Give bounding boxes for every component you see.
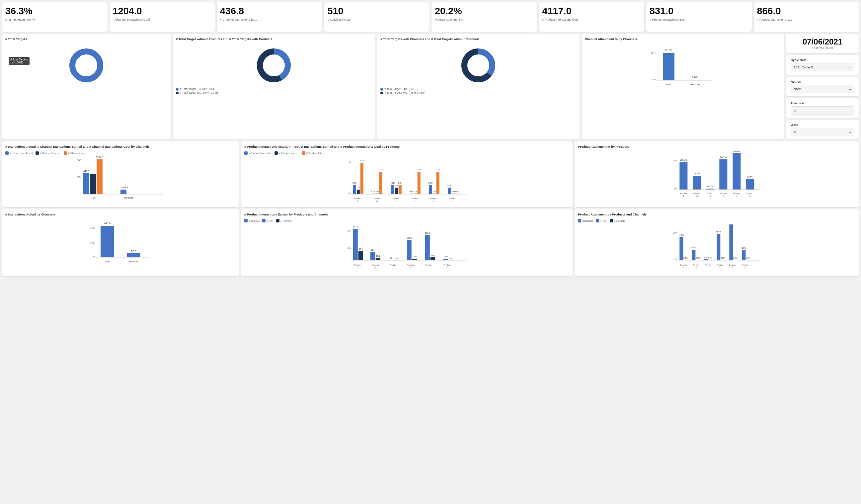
channel-attainment-chart: 20% 0% 32.2% 0.0% F2F Remote (585, 44, 781, 94)
svg-text:7: 7 (732, 267, 733, 269)
svg-text:37.0: 37.0 (359, 248, 363, 250)
svg-text:14.0: 14.0 (444, 256, 448, 258)
svg-text:10: 10 (374, 267, 377, 269)
svg-text:0.7%: 0.7% (704, 256, 708, 258)
earned-legend: Channels ● F2F ● Remote (244, 219, 569, 222)
svg-text:0: 0 (80, 192, 81, 195)
row3: # Interactions Actual, # Channel Interac… (2, 141, 859, 207)
svg-text:Product: Product (373, 197, 380, 200)
kpi-label-3: # Activities Actual (328, 18, 351, 21)
svg-rect-24 (90, 174, 96, 194)
svg-text:0.7%: 0.7% (708, 185, 713, 188)
kpi-value-3: 510 (328, 6, 343, 17)
svg-text:0.3K: 0.3K (352, 182, 356, 184)
svg-text:5: 5 (414, 200, 415, 202)
svg-rect-145 (412, 259, 417, 260)
svg-text:32.2%: 32.2% (665, 49, 672, 52)
donut2 (176, 44, 372, 87)
ward-label: Ward (791, 123, 855, 126)
svg-text:1: 1 (357, 200, 358, 202)
svg-text:0.7K: 0.7K (436, 169, 440, 171)
product-attainment-chart: 20% 0% 22.1% 11.1% 0.7% 24.1% 33.3% (578, 151, 856, 203)
kpi-label-2: # Channel Interactions Ea... (220, 18, 257, 21)
svg-rect-133 (376, 258, 380, 260)
svg-text:52.048.8: 52.048.8 (119, 186, 128, 189)
kpi-row: 36.3% Channel Attainment % 1204.0 # Chan… (2, 2, 859, 32)
ward-value: All (794, 130, 797, 134)
province-select[interactable]: All ⌄ (791, 106, 855, 114)
svg-text:0.0: 0.0 (395, 257, 398, 259)
region-select[interactable]: North ⌄ (791, 85, 855, 93)
svg-text:0.0K: 0.0K (432, 191, 436, 193)
svg-text:Product: Product (717, 264, 723, 266)
svg-text:0.7K: 0.7K (417, 169, 421, 171)
svg-text:8.3%: 8.3% (748, 176, 753, 178)
product-interactions-title: # Product Interactions Actual, # Product… (244, 145, 569, 149)
svg-text:0K: 0K (348, 192, 351, 194)
svg-text:0.3K: 0.3K (428, 182, 432, 184)
svg-text:F2F: F2F (105, 260, 110, 263)
donut3 (380, 44, 576, 87)
product-attainment-title: Product Attainment % by Products (578, 145, 856, 149)
svg-rect-64 (418, 172, 421, 194)
kpi-card-3: 510 # Activities Actual (324, 2, 430, 32)
svg-rect-97 (746, 179, 754, 190)
svg-rect-164 (680, 237, 683, 260)
svg-text:10: 10 (695, 267, 697, 269)
total-targets-donut: # Total Targets1K (100%) (5, 44, 167, 87)
svg-text:0.3K: 0.3K (398, 182, 402, 184)
svg-rect-28 (121, 190, 126, 194)
dashboard: 36.3% Channel Attainment % 1204.0 # Chan… (0, 0, 861, 278)
svg-text:Product: Product (742, 264, 748, 266)
svg-rect-170 (692, 250, 696, 260)
chevron-down-icon3: ⌄ (849, 109, 851, 112)
svg-text:5: 5 (410, 267, 411, 269)
row2: # Total Targets # Total Targets1K (100%)… (2, 34, 859, 139)
region-card: Region North ⌄ (786, 77, 859, 96)
cycle-date-select[interactable]: 2021 Cycle 5 ⌄ (791, 63, 855, 71)
svg-text:19.0: 19.0 (376, 255, 380, 257)
svg-rect-194 (742, 250, 746, 260)
product-interactions-legend: # Product Interacti... # Product Intera.… (244, 151, 569, 155)
svg-text:24.1%: 24.1% (720, 156, 727, 158)
product-interactions-earned-card: # Product Interactions Earned by Product… (241, 209, 573, 276)
svg-point-9 (472, 59, 485, 72)
svg-text:Product: Product (425, 264, 432, 266)
row4: # Interactions Actual by Channels 400 20… (2, 209, 859, 276)
svg-text:1: 1 (683, 267, 684, 269)
kpi-label-4: Product Attainment % (435, 18, 464, 21)
svg-text:8: 8 (452, 200, 453, 202)
kpi-label-7: # Product Interactions Ac... (757, 18, 793, 21)
svg-text:7: 7 (428, 267, 429, 269)
svg-text:20%: 20% (673, 232, 678, 234)
chevron-down-icon4: ⌄ (849, 130, 851, 134)
svg-text:Product: Product (681, 264, 687, 266)
region-label: Region (791, 80, 855, 83)
cycle-date-card: Cycle Date 2021 Cycle 5 ⌄ (786, 55, 859, 75)
total-target-without-title: # Total Target without Products and # To… (176, 37, 372, 41)
svg-text:7: 7 (433, 200, 435, 202)
svg-text:1.4K: 1.4K (360, 160, 364, 162)
svg-text:0.0%: 0.0% (683, 257, 688, 259)
province-label: Province (791, 101, 855, 105)
interactions-channels-chart: 1000 500 0 445.0 1204.0 F2F 52.048.8 Rem… (5, 156, 236, 203)
chevron-down-icon: ⌄ (849, 65, 851, 69)
province-card: Province All ⌄ (786, 98, 859, 118)
chevron-down-icon2: ⌄ (849, 87, 851, 91)
svg-text:69.0: 69.0 (371, 249, 375, 251)
svg-text:8: 8 (447, 267, 448, 269)
svg-text:7: 7 (736, 195, 738, 197)
svg-rect-54 (395, 188, 398, 194)
svg-text:0.1K: 0.1K (356, 187, 360, 189)
svg-text:210.0: 210.0 (425, 232, 430, 234)
ward-select[interactable]: All ⌄ (791, 128, 855, 136)
svg-text:33.3%: 33.3% (734, 151, 740, 152)
svg-rect-56 (399, 185, 401, 194)
product-attainment-card: Product Attainment % by Products 20% 0% … (575, 141, 859, 207)
svg-text:Product: Product (430, 197, 437, 200)
svg-text:0.0%: 0.0% (746, 257, 750, 259)
svg-text:Remote: Remote (691, 83, 700, 86)
kpi-card-1: 1204.0 # Channel Interactions Goal (110, 2, 215, 32)
date-display: 07/06/2021 (791, 37, 855, 46)
svg-text:8: 8 (750, 195, 751, 197)
